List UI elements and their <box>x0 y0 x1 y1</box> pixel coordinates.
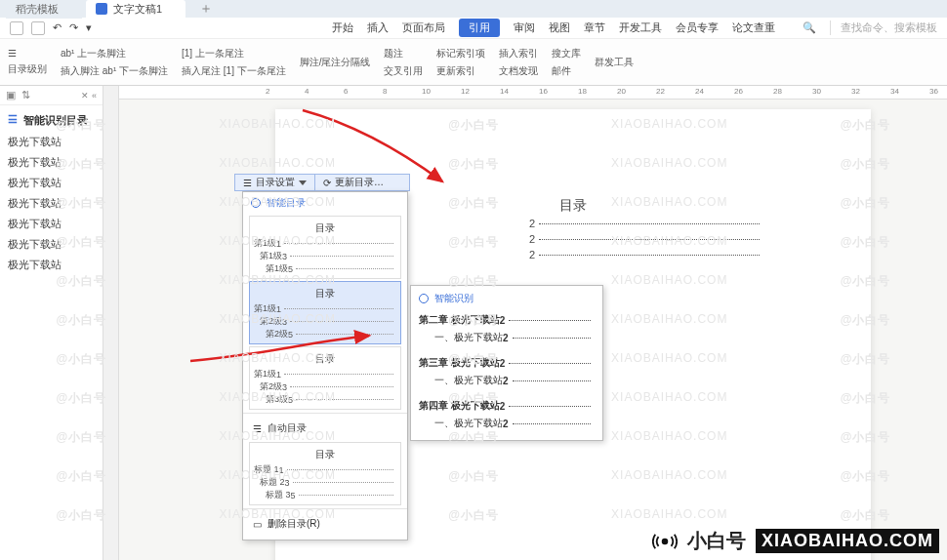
ribbon-label: 插入脚注 ab¹ 下一条脚注 <box>61 64 168 78</box>
menu-item[interactable]: 审阅 <box>514 20 535 35</box>
toc-preview-flyout: 智能识别 第二章 极光下载站2一、极光下载站2第三章 极光下载站2一、极光下载站… <box>410 285 603 441</box>
outline-item[interactable]: 极光下载站 <box>0 193 103 214</box>
remove-icon: ▭ <box>253 519 262 530</box>
outline-item[interactable]: 极光下载站 <box>0 132 103 152</box>
menu-item[interactable]: 开始 <box>332 20 353 35</box>
menu-item[interactable]: 视图 <box>549 20 570 35</box>
ribbon-label: 插入索引 <box>499 47 538 60</box>
preview-row: 一、极光下载站2 <box>417 372 597 389</box>
menu-item-references[interactable]: 引用 <box>459 19 500 37</box>
menu-item[interactable]: 章节 <box>584 20 605 35</box>
doc-toc-line: 2 <box>529 217 763 230</box>
preview-row: 第四章 极光下载站2 <box>417 397 597 415</box>
preview-header: 智能识别 <box>417 290 597 311</box>
ribbon-label: 交叉引用 <box>384 64 423 78</box>
ribbon-label: 题注 <box>384 47 423 60</box>
ribbon-label: 脚注/尾注分隔线 <box>300 56 371 69</box>
search-hint[interactable]: 查找命令、搜索模板 <box>830 20 937 35</box>
update-toc-label: 更新目录… <box>335 176 384 189</box>
smart-icon <box>419 294 429 303</box>
brand-en: XIAOBAIHAO.COM <box>756 529 939 553</box>
ribbon-mass-send[interactable]: 群发工具 <box>595 56 634 69</box>
ribbon-footnote[interactable]: ab¹ 上一条脚注 插入脚注 ab¹ 下一条脚注 <box>61 47 168 78</box>
remove-toc-button[interactable]: ▭ 删除目录(R) <box>243 512 407 536</box>
new-tab-button[interactable]: ＋ <box>199 0 213 18</box>
qa-button[interactable] <box>31 21 45 35</box>
toc-style-option[interactable]: 目录第1级1第2级3第3级5 <box>249 346 401 410</box>
ribbon-label: 标记索引项 <box>436 47 485 60</box>
preview-row: 第三章 极光下载站2 <box>417 354 597 372</box>
preview-row: 第二章 极光下载站2 <box>417 311 597 329</box>
tab-label: 稻壳模板 <box>16 2 59 17</box>
qa-button[interactable]: ↷ <box>69 21 78 35</box>
ribbon-label: 群发工具 <box>595 56 634 69</box>
list-icon: ☰ <box>253 423 262 434</box>
refresh-icon: ⟳ <box>323 178 331 188</box>
smart-toc-header[interactable]: 智能目录 <box>243 192 407 214</box>
ribbon-endnote[interactable]: [1] 上一条尾注 插入尾注 [1] 下一条尾注 <box>182 47 286 78</box>
ribbon-label: [1] 上一条尾注 <box>182 47 286 60</box>
menu-bar: ↶ ↷ ▾ 开始 插入 页面布局 引用 审阅 视图 章节 开发工具 会员专享 论… <box>0 18 947 39</box>
tab-label: 文字文稿1 <box>113 2 162 17</box>
expand-icon[interactable]: ⇅ <box>21 89 30 101</box>
toc-dropdown: 智能目录 目录第1级1第1级3第1级5目录第1级1第2级3第2级5目录第1级1第… <box>242 191 408 540</box>
ribbon-label: 邮件 <box>552 64 581 78</box>
brand-badge: 小白号 XIAOBAIHAO.COM <box>652 528 939 554</box>
ribbon-label: 搜文库 <box>552 47 581 60</box>
outline-item[interactable]: 极光下载站 <box>0 173 103 193</box>
ribbon-separator[interactable]: 脚注/尾注分隔线 <box>300 56 371 69</box>
menu-item[interactable]: 会员专享 <box>676 20 719 35</box>
qa-button[interactable]: ▾ <box>86 21 92 35</box>
search-icon: 🔍 <box>803 21 816 34</box>
ribbon-label: ab¹ 上一条脚注 <box>61 47 168 60</box>
ribbon: ☰ 目录级别 ab¹ 上一条脚注 插入脚注 ab¹ 下一条脚注 [1] 上一条尾… <box>0 39 947 86</box>
list-icon: ☰ <box>243 178 252 188</box>
qa-button[interactable]: ↶ <box>53 21 62 35</box>
preview-row: 一、极光下载站2 <box>417 329 597 346</box>
chevron-down-icon <box>299 180 307 185</box>
outline-title: 智能识别目录 <box>0 105 103 132</box>
preview-row: 一、极光下载站2 <box>417 415 597 432</box>
toc-style-option[interactable]: 目录标题 11标题 23标题 35 <box>249 442 401 505</box>
auto-toc-header[interactable]: ☰ 自动目录 <box>243 417 407 440</box>
ribbon-label: 文档发现 <box>499 64 538 78</box>
outline-panel: ▣ ⇅ ✕ « 智能识别目录 极光下载站极光下载站极光下载站极光下载站极光下载站… <box>0 86 103 560</box>
update-toc-button[interactable]: ⟳ 更新目录… <box>315 176 391 189</box>
close-icon[interactable]: ✕ « <box>81 91 97 100</box>
brand-cn: 小白号 <box>687 528 746 554</box>
doc-toc-line: 2 <box>529 248 763 261</box>
toc-control-bar: ☰ 目录设置 ⟳ 更新目录… <box>234 174 410 191</box>
ribbon-caption[interactable]: 题注 交叉引用 <box>384 47 423 78</box>
smart-toc-label: 智能目录 <box>267 196 306 210</box>
toc-style-option[interactable]: 目录第1级1第1级3第1级5 <box>249 216 401 279</box>
outline-item[interactable]: 极光下载站 <box>0 152 103 173</box>
collapse-icon[interactable]: ▣ <box>6 89 16 101</box>
smart-icon <box>251 198 261 208</box>
menu-item[interactable]: 开发工具 <box>619 20 662 35</box>
menu-item[interactable]: 论文查重 <box>732 20 775 35</box>
svg-point-0 <box>662 538 669 544</box>
ribbon-label: 目录级别 <box>8 62 47 76</box>
toc-settings-button[interactable]: ☰ 目录设置 <box>235 176 314 189</box>
vertical-ruler <box>103 86 119 560</box>
tab-document[interactable]: 文字文稿1 <box>86 0 185 19</box>
doc-toc-line: 2 <box>529 232 763 246</box>
outline-controls: ▣ ⇅ ✕ « <box>0 86 103 105</box>
outline-item[interactable]: 极光下载站 <box>0 255 103 275</box>
menu-item[interactable]: 插入 <box>367 20 389 35</box>
qa-button[interactable] <box>10 21 23 35</box>
ribbon-label: 插入尾注 [1] 下一条尾注 <box>182 64 286 78</box>
ribbon-toc-level[interactable]: ☰ 目录级别 <box>8 48 47 76</box>
menu-item[interactable]: 页面布局 <box>402 20 445 35</box>
tab-template[interactable]: 稻壳模板 <box>6 0 82 19</box>
outline-item[interactable]: 极光下载站 <box>0 214 103 234</box>
ribbon-insert-index[interactable]: 插入索引 文档发现 <box>499 47 538 78</box>
ribbon-index[interactable]: 标记索引项 更新索引 <box>436 47 485 78</box>
ribbon-label: 更新索引 <box>436 64 485 78</box>
ribbon-search-lib[interactable]: 搜文库 邮件 <box>552 47 581 78</box>
outline-item[interactable]: 极光下载站 <box>0 234 103 255</box>
remove-toc-label: 删除目录(R) <box>268 517 320 531</box>
preview-header-label: 智能识别 <box>434 292 474 305</box>
toc-style-option[interactable]: 目录第1级1第2级3第2级5 <box>249 281 401 344</box>
doc-icon <box>96 3 107 15</box>
